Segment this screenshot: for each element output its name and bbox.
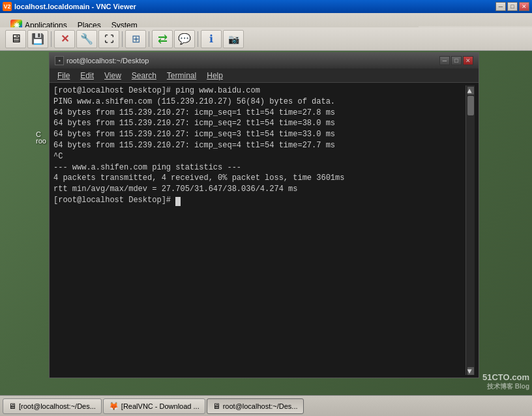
- vnc-title-text: V2 localhost.localdomain - VNC Viewer: [3, 2, 136, 11]
- fullscreen-icon: ⛶: [104, 34, 113, 44]
- vnc-minimize-button[interactable]: ─: [495, 2, 506, 11]
- icon-toolbar: 🖥 💾 ✕ 🔧 ⛶ ⊞ ⇄ 💬: [0, 27, 532, 51]
- vnc-title-label: localhost.localdomain - VNC Viewer: [14, 3, 136, 10]
- vnc-icon: V2: [3, 2, 12, 11]
- monitor-toolbar-btn[interactable]: 🖥: [5, 30, 26, 48]
- terminal-menu-search[interactable]: Search: [126, 70, 162, 82]
- taskbar-item-1[interactable]: 🦊 [RealVNC - Download ...: [103, 398, 205, 414]
- x-icon: ✕: [61, 33, 69, 45]
- toolbar-separator-1: [51, 31, 52, 47]
- close-toolbar-btn[interactable]: ✕: [54, 30, 75, 48]
- terminal-menu-edit[interactable]: Edit: [75, 70, 99, 82]
- desktop-label-root: roo: [36, 137, 46, 145]
- watermark: 51CTO.com 技术博客 Blog: [482, 372, 529, 391]
- watermark-brand: 51CTO.com: [482, 372, 529, 382]
- settings-toolbar-btn[interactable]: 🔧: [76, 30, 97, 48]
- camera-icon: 📷: [228, 34, 239, 44]
- taskbar-label-0: [root@localhost:~/Des...: [19, 402, 96, 410]
- scroll-down-arrow[interactable]: ▼: [467, 367, 474, 375]
- terminal-text: [root@localhost Desktop]# ping www.baidu…: [53, 85, 466, 375]
- play-icon: ⇄: [158, 32, 168, 46]
- taskbar-bottom: 🖥 [root@localhost:~/Des... 🦊 [RealVNC - …: [0, 395, 532, 416]
- terminal-close-button[interactable]: ✕: [463, 56, 473, 65]
- grid-toolbar-btn[interactable]: ⊞: [125, 30, 146, 48]
- settings-icon: 🔧: [80, 33, 93, 45]
- play-toolbar-btn[interactable]: ⇄: [152, 30, 173, 48]
- vnc-titlebar: V2 localhost.localdomain - VNC Viewer ─ …: [0, 0, 532, 13]
- terminal-window: ▪ root@localhost:~/Desktop ─ □ ✕ File Ed…: [49, 52, 479, 378]
- vnc-maximize-button[interactable]: □: [507, 2, 518, 11]
- terminal-menu-view[interactable]: View: [99, 70, 126, 82]
- terminal-content[interactable]: [root@localhost Desktop]# ping www.baidu…: [50, 83, 479, 378]
- taskbar-label-1: [RealVNC - Download ...: [121, 402, 200, 410]
- taskbar-label-2: root@localhost:~/Des...: [223, 402, 298, 410]
- fullscreen-toolbar-btn[interactable]: ⛶: [98, 30, 119, 48]
- vnc-close-button[interactable]: ✕: [519, 2, 529, 11]
- terminal-scrollbar[interactable]: ▲ ▼: [466, 85, 475, 375]
- taskbar-icon-0: 🖥: [8, 402, 16, 411]
- terminal-menu-terminal[interactable]: Terminal: [162, 70, 201, 82]
- terminal-menu-file[interactable]: File: [52, 70, 75, 82]
- taskbar-icon-2: 🖥: [213, 402, 220, 411]
- toolbar-separator-3: [149, 31, 149, 47]
- chat-icon: 💬: [178, 33, 191, 45]
- terminal-cursor: [175, 197, 181, 206]
- chat-toolbar-btn[interactable]: 💬: [174, 30, 195, 48]
- scroll-up-arrow[interactable]: ▲: [467, 87, 474, 95]
- grid-icon: ⊞: [132, 33, 140, 45]
- toolbar-separator-2: [122, 31, 123, 47]
- taskbar-item-0[interactable]: 🖥 [root@localhost:~/Des...: [3, 398, 102, 414]
- terminal-controls: ─ □ ✕: [439, 56, 473, 65]
- terminal-menu-bar: File Edit View Search Terminal Help: [50, 68, 479, 83]
- taskbar-item-2[interactable]: 🖥 root@localhost:~/Des...: [207, 398, 304, 414]
- monitor-icon: 🖥: [10, 32, 22, 46]
- terminal-titlebar: ▪ root@localhost:~/Desktop ─ □ ✕: [50, 53, 479, 68]
- terminal-maximize-button[interactable]: □: [451, 56, 462, 65]
- scroll-thumb[interactable]: [467, 96, 474, 115]
- vnc-window-controls: ─ □ ✕: [495, 2, 529, 11]
- camera-toolbar-btn[interactable]: 📷: [223, 30, 244, 48]
- terminal-minimize-button[interactable]: ─: [439, 56, 450, 65]
- terminal-title-icon: ▪: [55, 56, 64, 65]
- terminal-title-text: root@localhost:~/Desktop: [66, 57, 149, 65]
- desktop: V2 localhost.localdomain - VNC Viewer ─ …: [0, 0, 532, 416]
- floppy-icon: 💾: [31, 33, 44, 45]
- watermark-sub: 技术博客 Blog: [482, 382, 529, 391]
- save-toolbar-btn[interactable]: 💾: [27, 30, 48, 48]
- taskbar-icon-1: 🦊: [109, 402, 119, 411]
- terminal-title-left: ▪ root@localhost:~/Desktop: [55, 56, 149, 65]
- info-icon: ℹ: [209, 33, 213, 45]
- toolbar-separator-4: [198, 31, 198, 47]
- terminal-menu-help[interactable]: Help: [201, 70, 228, 82]
- info-toolbar-btn[interactable]: ℹ: [201, 30, 222, 48]
